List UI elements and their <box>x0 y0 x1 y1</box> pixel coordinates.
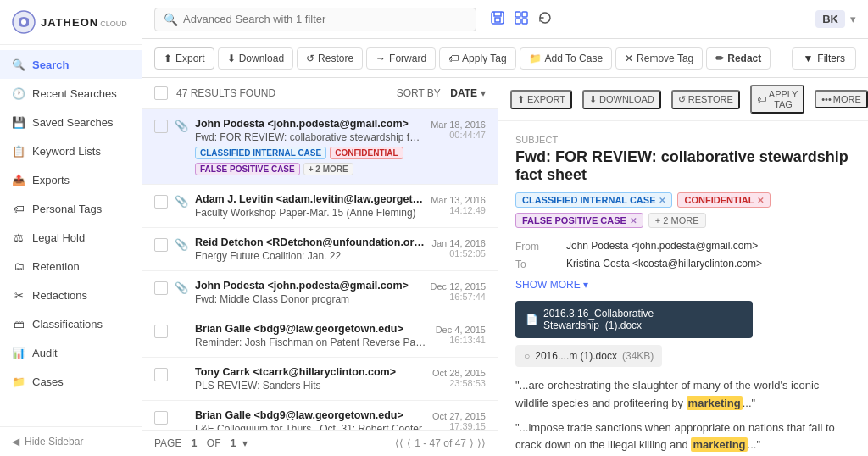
grid-icon[interactable] <box>514 10 529 29</box>
email-checkbox[interactable] <box>154 411 168 425</box>
excerpt-1: "...are orchestrating the slaughter of m… <box>515 377 851 413</box>
restore-button[interactable]: ↺ Restore <box>297 47 363 70</box>
list-item[interactable]: 📎 John Podesta <john.podesta@gmail.com> … <box>142 271 498 314</box>
excerpt-2: "...impose trade sanctions when appropri… <box>515 420 851 455</box>
to-value: Kristina Costa <kcosta@hillaryclinton.co… <box>566 258 851 270</box>
tag-classified[interactable]: CLASSIFIED INTERNAL CASE <box>195 147 326 159</box>
email-checkbox[interactable] <box>154 281 168 295</box>
email-checkbox[interactable] <box>154 325 168 338</box>
remove-classified-icon[interactable]: ✕ <box>659 196 665 205</box>
attachment-icon: 📎 <box>175 195 188 208</box>
detail-apply-tag-button[interactable]: 🏷 APPLY TAG <box>750 85 804 114</box>
email-date: Jan 14, 201601:52:05 <box>431 238 486 259</box>
tag-confidential[interactable]: CONFIDENTIAL <box>330 147 403 159</box>
download-button[interactable]: ⬇ Download <box>218 47 293 70</box>
attachment-icon: 📎 <box>175 281 188 294</box>
page-current: 1 <box>192 437 198 449</box>
detail-tag-classified[interactable]: CLASSIFIED INTERNAL CASE ✕ <box>515 192 672 208</box>
detail-restore-button[interactable]: ↺ RESTORE <box>671 90 740 109</box>
remove-tag-button[interactable]: ✕ Remove Tag <box>615 47 703 70</box>
email-checkbox[interactable] <box>154 120 168 133</box>
user-badge[interactable]: BK <box>815 10 845 28</box>
page-last-icon[interactable]: ⟩⟩ <box>477 437 486 449</box>
sidebar-item-personal-tags[interactable]: 🏷 Personal Tags <box>0 194 142 223</box>
sidebar-item-keyword-lists[interactable]: 📋 Keyword Lists <box>0 136 142 165</box>
email-from: Tony Carrk <tcarrk@hillaryclinton.com> <box>195 366 426 378</box>
detail-tag-confidential[interactable]: CONFIDENTIAL ✕ <box>677 192 771 208</box>
sidebar-item-saved-searches[interactable]: 💾 Saved Searches <box>0 108 142 136</box>
detail-export-button[interactable]: ⬆ EXPORT <box>510 90 572 109</box>
sort-control[interactable]: SORT BY DATE ▾ <box>397 87 486 99</box>
detail-tag-more[interactable]: + 2 MORE <box>648 213 706 228</box>
sidebar-item-redactions[interactable]: ✂ Redactions <box>0 281 142 309</box>
logo: JATHEON CLOUD <box>0 0 142 45</box>
file-icon: ○ <box>524 350 530 362</box>
apply-tag-button[interactable]: 🏷 Apply Tag <box>439 47 515 70</box>
remove-false-positive-icon[interactable]: ✕ <box>630 216 637 225</box>
list-item[interactable]: Tony Carrk <tcarrk@hillaryclinton.com> P… <box>142 358 498 401</box>
page-first-icon[interactable]: ⟨⟨ <box>395 437 403 449</box>
redact-button[interactable]: ✏ Redact <box>706 47 771 70</box>
email-checkbox[interactable] <box>154 195 168 209</box>
user-chevron-icon[interactable]: ▾ <box>850 13 856 25</box>
email-item-body: John Podesta <john.podesta@gmail.com> Fw… <box>195 118 424 175</box>
attachment-size: (34KB) <box>622 350 654 362</box>
save-search-icon[interactable] <box>490 10 505 29</box>
page-prev-icon[interactable]: ⟨ <box>407 437 411 449</box>
detail-more-button[interactable]: ••• MORE <box>815 90 868 108</box>
sort-chevron-icon: ▾ <box>481 87 486 99</box>
page-of: OF <box>207 437 221 449</box>
list-item[interactable]: 📎 John Podesta <john.podesta@gmail.com> … <box>142 109 498 185</box>
topbar-icons <box>490 10 553 29</box>
detail-more-icon: ••• <box>821 94 832 104</box>
list-item[interactable]: Brian Galle <bdg9@law.georgetown.edu> L&… <box>142 401 498 430</box>
sidebar-item-label-search: Search <box>32 58 69 71</box>
refresh-icon[interactable] <box>537 10 553 29</box>
sidebar-item-search[interactable]: 🔍 Search <box>0 50 142 79</box>
sidebar-item-classifications[interactable]: 🗃 Classifications <box>0 309 142 338</box>
search-input[interactable] <box>183 13 467 25</box>
show-more-button[interactable]: SHOW MORE ▾ <box>515 279 851 291</box>
filters-button[interactable]: ▼ Filters <box>792 47 856 70</box>
actionbar: ⬆ Export ⬇ Download ↺ Restore → Forward … <box>142 39 868 78</box>
tag-false-positive[interactable]: FALSE POSITIVE CASE <box>195 163 300 175</box>
list-item[interactable]: Brian Galle <bdg9@law.georgetown.edu> Re… <box>142 314 498 358</box>
attachment-dark[interactable]: 📄 2016.3.16_Collaborative Stewardship_(1… <box>515 301 753 338</box>
select-all-checkbox[interactable] <box>154 86 168 100</box>
exports-icon: 📤 <box>12 173 25 186</box>
detail-download-button[interactable]: ⬇ DOWNLOAD <box>582 90 661 109</box>
page-dropdown-icon[interactable]: ▾ <box>242 437 248 449</box>
highlight-1: marketing <box>687 396 743 410</box>
list-item[interactable]: 📎 Reid Detchon <RDetchon@unfoundation.or… <box>142 228 498 271</box>
email-checkbox[interactable] <box>154 238 168 252</box>
detail-tag-false-positive[interactable]: FALSE POSITIVE CASE ✕ <box>515 213 643 228</box>
search-box[interactable]: 🔍 <box>154 8 476 31</box>
sidebar-item-recent-searches[interactable]: 🕐 Recent Searches <box>0 79 142 108</box>
email-subject: L&E Colloquium for Thurs., Oct. 31: Robe… <box>195 423 426 430</box>
add-to-case-button[interactable]: 📁 Add To Case <box>520 47 613 70</box>
attachment-light[interactable]: ○ 2016....m (1).docx (34KB) <box>515 345 662 367</box>
hide-sidebar-button[interactable]: ◀ Hide Sidebar <box>0 426 142 456</box>
export-button[interactable]: ⬆ Export <box>154 47 214 70</box>
sidebar-item-audit[interactable]: 📊 Audit <box>0 338 142 367</box>
email-checkbox[interactable] <box>154 368 168 381</box>
sidebar-item-cases[interactable]: 📁 Cases <box>0 367 142 396</box>
pagination: PAGE 1 OF 1 ▾ ⟨⟨ ⟨ 1 - 47 of 47 ⟩ ⟩⟩ <box>142 430 498 456</box>
sidebar-item-label-saved: Saved Searches <box>32 116 113 129</box>
tag-more[interactable]: + 2 MORE <box>303 163 353 175</box>
page-next-icon[interactable]: ⟩ <box>470 437 474 449</box>
sidebar-item-exports[interactable]: 📤 Exports <box>0 165 142 194</box>
detail-content: SUBJECT Fwd: FOR REVIEW: collaborative s… <box>498 121 868 456</box>
email-detail-subject: Fwd: FOR REVIEW: collaborative stewardsh… <box>515 148 851 184</box>
sidebar-item-retention[interactable]: 🗂 Retention <box>0 252 142 281</box>
forward-button[interactable]: → Forward <box>366 47 436 70</box>
redactions-icon: ✂ <box>12 288 25 302</box>
classifications-icon: 🗃 <box>12 317 25 331</box>
remove-confidential-icon[interactable]: ✕ <box>757 196 764 205</box>
detail-tag-icon: 🏷 <box>757 94 766 104</box>
remove-tag-icon: ✕ <box>625 53 633 64</box>
sidebar-item-legal-hold[interactable]: ⚖ Legal Hold <box>0 223 142 252</box>
list-item[interactable]: 📎 Adam J. Levitin <adam.levitin@law.geor… <box>142 185 498 228</box>
download-icon: ⬇ <box>227 53 236 64</box>
sidebar-item-label-cases: Cases <box>32 375 64 388</box>
